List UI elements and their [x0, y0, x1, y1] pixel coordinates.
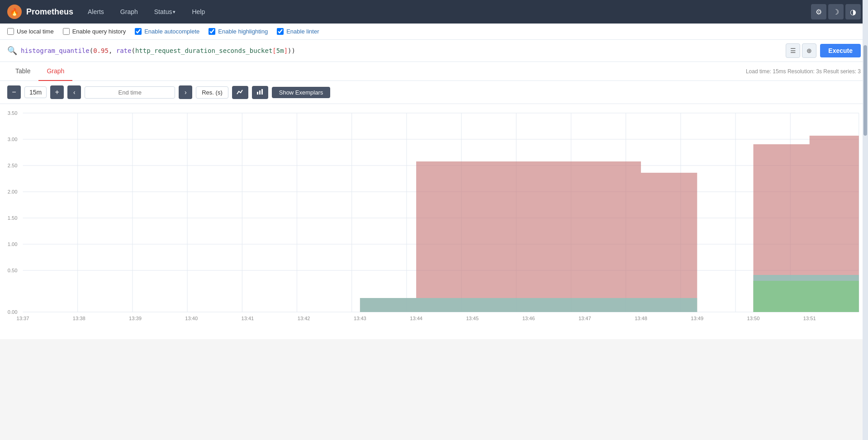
- svg-text:2.50: 2.50: [8, 163, 18, 168]
- minus-duration-btn[interactable]: −: [7, 85, 21, 99]
- scrollbar-thumb[interactable]: [863, 45, 867, 136]
- svg-text:13:43: 13:43: [354, 316, 366, 321]
- brand: 🔥 Prometheus: [7, 5, 73, 19]
- svg-text:3.00: 3.00: [8, 137, 18, 142]
- svg-text:13:47: 13:47: [579, 316, 591, 321]
- execute-button[interactable]: Execute: [820, 44, 861, 57]
- svg-text:1.50: 1.50: [8, 215, 18, 221]
- next-time-btn[interactable]: ›: [179, 85, 192, 99]
- graph-controls: − 15m + ‹ › Res. (s) Show Exemplars: [0, 81, 868, 104]
- autocomplete-label[interactable]: Enable autocomplete: [135, 28, 199, 35]
- linter-label[interactable]: Enable linter: [277, 28, 319, 35]
- svg-text:13:37: 13:37: [17, 316, 29, 321]
- nav-alerts[interactable]: Alerts: [84, 6, 108, 17]
- svg-text:13:41: 13:41: [242, 316, 254, 321]
- prev-time-btn[interactable]: ‹: [67, 85, 81, 99]
- nav-help[interactable]: Help: [188, 6, 209, 17]
- svg-text:13:39: 13:39: [129, 316, 142, 321]
- search-icon: 🔍: [7, 46, 17, 56]
- chart-svg: 3.50 3.00 2.50 2.00 1.50 1.00 0.50 0.00: [0, 104, 868, 339]
- highlighting-label[interactable]: Enable highlighting: [209, 28, 268, 35]
- svg-rect-2: [261, 89, 263, 95]
- chart-area: 3.50 3.00 2.50 2.00 1.50 1.00 0.50 0.00: [0, 104, 868, 339]
- dark-mode-btn[interactable]: ☽: [828, 4, 844, 19]
- svg-text:13:51: 13:51: [803, 316, 816, 321]
- resolution-btn[interactable]: Res. (s): [196, 86, 228, 99]
- use-local-time-text: Use local time: [17, 28, 54, 35]
- nav-graph[interactable]: Graph: [117, 6, 142, 17]
- svg-text:13:50: 13:50: [747, 316, 760, 321]
- search-bar: 🔍 histogram_quantile(0.95, rate(http_req…: [0, 40, 868, 62]
- nav-status[interactable]: Status ▾: [151, 6, 180, 17]
- contrast-btn[interactable]: ◑: [845, 4, 861, 19]
- brand-name: Prometheus: [26, 7, 73, 17]
- query-history-label[interactable]: Enable query history: [63, 28, 126, 35]
- plus-duration-btn[interactable]: +: [50, 85, 64, 99]
- tab-table[interactable]: Table: [7, 62, 38, 81]
- linter-text: Enable linter: [286, 28, 319, 35]
- svg-text:0.50: 0.50: [8, 268, 18, 273]
- svg-text:13:46: 13:46: [522, 316, 535, 321]
- svg-text:13:45: 13:45: [466, 316, 479, 321]
- navbar: 🔥 Prometheus Alerts Graph Status ▾ Help …: [0, 0, 868, 24]
- svg-text:0.00: 0.00: [8, 309, 18, 315]
- linter-checkbox[interactable]: [277, 28, 284, 35]
- svg-text:13:48: 13:48: [635, 316, 647, 321]
- svg-marker-37: [360, 298, 697, 312]
- scrollbar[interactable]: [863, 0, 868, 339]
- use-local-time-label[interactable]: Use local time: [7, 28, 54, 35]
- svg-text:13:42: 13:42: [298, 316, 310, 321]
- highlighting-checkbox[interactable]: [209, 28, 215, 35]
- navbar-right-icons: ⚙ ☽ ◑: [811, 4, 861, 19]
- end-time-input[interactable]: [85, 86, 175, 99]
- tab-graph[interactable]: Graph: [38, 62, 72, 81]
- svg-marker-39: [753, 281, 859, 312]
- bar-chart-btn[interactable]: [252, 86, 268, 99]
- use-local-time-checkbox[interactable]: [7, 28, 14, 35]
- svg-text:3.50: 3.50: [8, 110, 18, 116]
- history-btn[interactable]: ☰: [786, 43, 800, 58]
- metrics-btn[interactable]: ⊕: [802, 43, 816, 58]
- svg-text:13:44: 13:44: [410, 316, 422, 321]
- svg-text:1.00: 1.00: [8, 241, 18, 247]
- show-exemplars-btn[interactable]: Show Exemplars: [272, 87, 331, 98]
- svg-text:2.00: 2.00: [8, 189, 18, 194]
- highlighting-text: Enable highlighting: [218, 28, 268, 35]
- autocomplete-checkbox[interactable]: [135, 28, 142, 35]
- tab-meta: Load time: 15ms Resolution: 3s Result se…: [746, 63, 861, 80]
- svg-text:13:40: 13:40: [185, 316, 198, 321]
- svg-text:13:49: 13:49: [691, 316, 703, 321]
- query-input-display[interactable]: histogram_quantile(0.95, rate(http_reque…: [21, 47, 782, 54]
- svg-text:13:38: 13:38: [73, 316, 85, 321]
- duration-label: 15m: [24, 86, 47, 98]
- nav-links: Alerts Graph Status ▾ Help: [84, 6, 209, 17]
- svg-rect-0: [257, 92, 258, 95]
- options-bar: Use local time Enable query history Enab…: [0, 24, 868, 40]
- svg-rect-1: [259, 90, 261, 95]
- toolbar-icons: ☰ ⊕: [786, 43, 816, 58]
- autocomplete-text: Enable autocomplete: [144, 28, 199, 35]
- line-chart-btn[interactable]: [232, 86, 248, 99]
- prometheus-logo: 🔥: [7, 5, 22, 19]
- query-history-checkbox[interactable]: [63, 28, 70, 35]
- settings-icon-btn[interactable]: ⚙: [811, 4, 826, 19]
- query-history-text: Enable query history: [72, 28, 126, 35]
- tab-bar: Table Graph Load time: 15ms Resolution: …: [0, 62, 868, 81]
